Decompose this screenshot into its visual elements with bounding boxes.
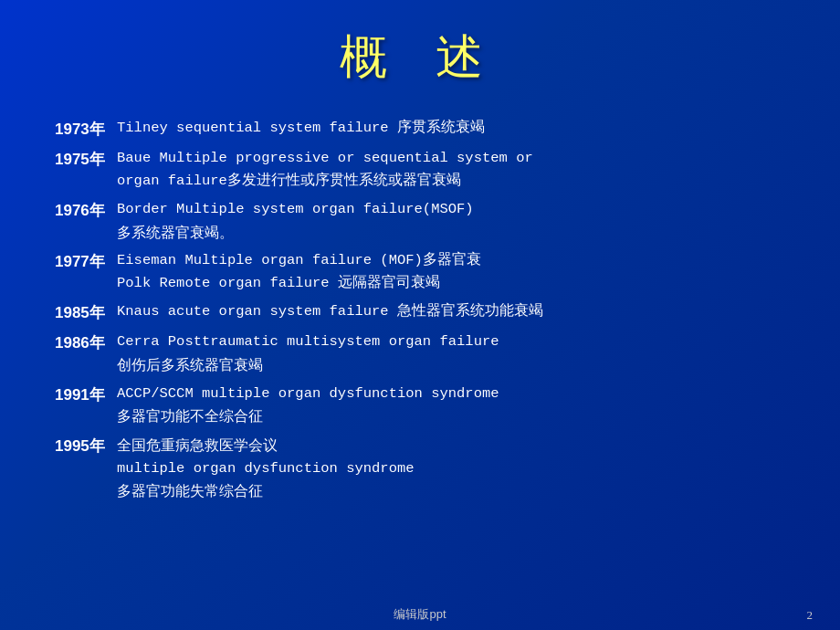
entry-line: Knaus acute organ system failure 急性器官系统功…	[117, 300, 785, 323]
year-label: 1973年	[55, 117, 117, 142]
entry-line: Baue Multiple progressive or sequential …	[117, 147, 785, 170]
entry-description: Cerra Posttraumatic multisystem organ fa…	[117, 331, 785, 376]
list-item: 1995年 全国危重病急救医学会议multiple organ dysfunct…	[55, 434, 785, 503]
list-item: 1986年Cerra Posttraumatic multisystem org…	[55, 331, 785, 376]
entry-description: Eiseman Multiple organ failure (MOF)多器官衰…	[117, 249, 785, 295]
entry-line: 多器官功能失常综合征	[117, 479, 785, 503]
list-item: 1991年ACCP/SCCM multiple organ dysfunctio…	[55, 383, 785, 428]
year-label: 1991年	[55, 383, 117, 407]
title-area: 概 述	[0, 0, 840, 108]
entry-description: Baue Multiple progressive or sequential …	[117, 147, 785, 193]
footer: 编辑版ppt 2	[0, 606, 840, 623]
entry-line: 多系统器官衰竭。	[117, 221, 785, 245]
entry-line: 多器官功能不全综合征	[117, 404, 785, 428]
list-item: 1985年Knaus acute organ system failure 急性…	[55, 300, 785, 325]
year-label: 1985年	[55, 300, 117, 325]
entry-line: 创伤后多系统器官衰竭	[117, 353, 785, 377]
entry-line: organ failure多发进行性或序贯性系统或器官衰竭	[117, 170, 785, 193]
year-label: 1986年	[55, 331, 117, 355]
entry-description: Border Multiple system organ failure(MSO…	[117, 198, 785, 244]
year-label: 1975年	[55, 147, 117, 172]
entry-line: Border Multiple system organ failure(MSO…	[117, 198, 785, 221]
list-item: 1973年Tilney sequential system failure 序贯…	[55, 117, 785, 142]
entry-line: multiple organ dysfunction syndrome	[117, 457, 785, 480]
list-item: 1976年Border Multiple system organ failur…	[55, 198, 785, 244]
year-label: 1977年	[55, 249, 117, 274]
year-label: 1995年	[55, 434, 117, 458]
entry-line: ACCP/SCCM multiple organ dysfunction syn…	[117, 383, 785, 405]
list-item: 1975年Baue Multiple progressive or sequen…	[55, 147, 785, 193]
slide-title: 概 述	[0, 26, 840, 89]
entry-line: Eiseman Multiple organ failure (MOF)多器官衰	[117, 249, 785, 272]
entry-line: Cerra Posttraumatic multisystem organ fa…	[117, 331, 785, 353]
entry-description: Knaus acute organ system failure 急性器官系统功…	[117, 300, 785, 323]
list-item: 1977年Eiseman Multiple organ failure (MOF…	[55, 249, 785, 295]
slide-container: 概 述 1973年Tilney sequential system failur…	[0, 0, 840, 630]
entry-line: Tilney sequential system failure 序贯系统衰竭	[117, 117, 785, 140]
entry-line: Polk Remote organ failure 远隔器官司衰竭	[117, 272, 785, 295]
entry-description: ACCP/SCCM multiple organ dysfunction syn…	[117, 383, 785, 428]
entry-description: 全国危重病急救医学会议multiple organ dysfunction sy…	[117, 434, 785, 503]
content-area: 1973年Tilney sequential system failure 序贯…	[0, 108, 840, 536]
entry-description: Tilney sequential system failure 序贯系统衰竭	[117, 117, 785, 140]
page-number: 2	[807, 608, 814, 623]
year-label: 1976年	[55, 198, 117, 223]
footer-text: 编辑版ppt	[394, 606, 446, 623]
entry-line: 全国危重病急救医学会议	[117, 434, 785, 457]
